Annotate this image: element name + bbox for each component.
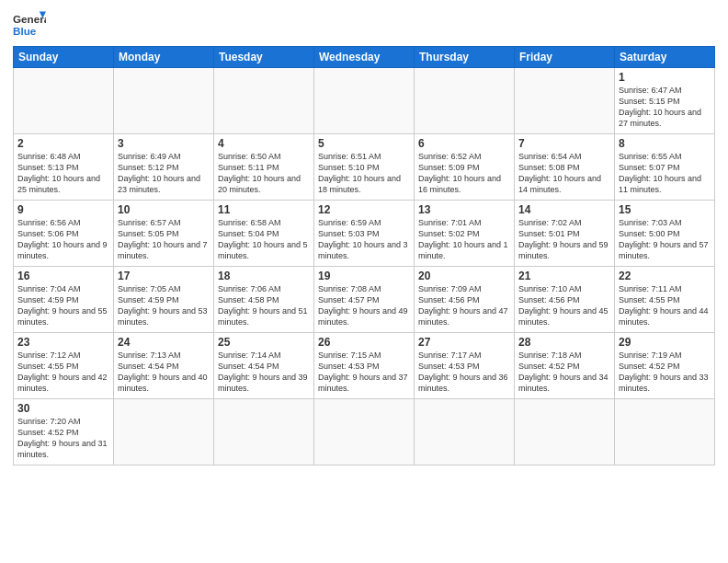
table-row bbox=[114, 399, 214, 465]
day-info: Sunrise: 7:12 AMSunset: 4:55 PMDaylight:… bbox=[17, 350, 109, 395]
table-row: 25Sunrise: 7:14 AMSunset: 4:54 PMDayligh… bbox=[214, 333, 314, 399]
day-info: Sunrise: 7:04 AMSunset: 4:59 PMDaylight:… bbox=[17, 283, 109, 328]
day-info: Sunrise: 7:03 AMSunset: 5:00 PMDaylight:… bbox=[619, 217, 711, 262]
table-row: 24Sunrise: 7:13 AMSunset: 4:54 PMDayligh… bbox=[114, 333, 214, 399]
day-number: 24 bbox=[118, 336, 210, 349]
day-info: Sunrise: 7:01 AMSunset: 5:02 PMDaylight:… bbox=[418, 217, 510, 262]
table-row: 8Sunrise: 6:55 AMSunset: 5:07 PMDaylight… bbox=[615, 134, 715, 201]
weekday-header-row: Sunday Monday Tuesday Wednesday Thursday… bbox=[14, 47, 715, 68]
day-info: Sunrise: 7:11 AMSunset: 4:55 PMDaylight:… bbox=[619, 283, 711, 328]
table-row: 21Sunrise: 7:10 AMSunset: 4:56 PMDayligh… bbox=[515, 267, 615, 333]
calendar-week-row: 1Sunrise: 6:47 AMSunset: 5:15 PMDaylight… bbox=[14, 68, 715, 134]
day-info: Sunrise: 6:49 AMSunset: 5:12 PMDaylight:… bbox=[118, 151, 210, 196]
table-row bbox=[415, 399, 515, 465]
day-info: Sunrise: 6:52 AMSunset: 5:09 PMDaylight:… bbox=[418, 151, 510, 196]
table-row: 5Sunrise: 6:51 AMSunset: 5:10 PMDaylight… bbox=[314, 134, 415, 201]
table-row bbox=[214, 68, 314, 134]
day-number: 7 bbox=[518, 137, 610, 150]
day-info: Sunrise: 6:57 AMSunset: 5:05 PMDaylight:… bbox=[118, 217, 210, 262]
calendar: Sunday Monday Tuesday Wednesday Thursday… bbox=[13, 46, 715, 465]
calendar-week-row: 2Sunrise: 6:48 AMSunset: 5:13 PMDaylight… bbox=[14, 134, 715, 201]
calendar-week-row: 16Sunrise: 7:04 AMSunset: 4:59 PMDayligh… bbox=[14, 267, 715, 333]
day-number: 14 bbox=[518, 203, 610, 216]
table-row: 12Sunrise: 6:59 AMSunset: 5:03 PMDayligh… bbox=[314, 201, 415, 267]
day-number: 17 bbox=[118, 270, 210, 282]
day-number: 12 bbox=[318, 203, 410, 216]
day-info: Sunrise: 6:54 AMSunset: 5:08 PMDaylight:… bbox=[518, 151, 610, 196]
day-number: 28 bbox=[518, 336, 610, 349]
table-row: 15Sunrise: 7:03 AMSunset: 5:00 PMDayligh… bbox=[615, 201, 715, 267]
day-info: Sunrise: 6:55 AMSunset: 5:07 PMDaylight:… bbox=[619, 151, 711, 196]
day-info: Sunrise: 6:50 AMSunset: 5:11 PMDaylight:… bbox=[218, 151, 310, 196]
header-thursday: Thursday bbox=[415, 47, 515, 68]
table-row: 11Sunrise: 6:58 AMSunset: 5:04 PMDayligh… bbox=[214, 201, 314, 267]
day-info: Sunrise: 6:59 AMSunset: 5:03 PMDaylight:… bbox=[318, 217, 410, 262]
calendar-week-row: 23Sunrise: 7:12 AMSunset: 4:55 PMDayligh… bbox=[14, 333, 715, 399]
day-info: Sunrise: 7:05 AMSunset: 4:59 PMDaylight:… bbox=[118, 283, 210, 328]
table-row: 23Sunrise: 7:12 AMSunset: 4:55 PMDayligh… bbox=[14, 333, 114, 399]
table-row: 13Sunrise: 7:01 AMSunset: 5:02 PMDayligh… bbox=[415, 201, 515, 267]
day-number: 15 bbox=[619, 203, 711, 216]
table-row bbox=[14, 68, 114, 134]
day-number: 30 bbox=[17, 402, 109, 415]
table-row bbox=[415, 68, 515, 134]
day-number: 22 bbox=[619, 270, 711, 282]
day-info: Sunrise: 6:47 AMSunset: 5:15 PMDaylight:… bbox=[619, 85, 711, 130]
day-info: Sunrise: 6:56 AMSunset: 5:06 PMDaylight:… bbox=[17, 217, 109, 262]
day-number: 26 bbox=[318, 336, 410, 349]
day-info: Sunrise: 7:15 AMSunset: 4:53 PMDaylight:… bbox=[318, 350, 410, 395]
table-row: 16Sunrise: 7:04 AMSunset: 4:59 PMDayligh… bbox=[14, 267, 114, 333]
day-info: Sunrise: 7:08 AMSunset: 4:57 PMDaylight:… bbox=[318, 283, 410, 328]
table-row: 10Sunrise: 6:57 AMSunset: 5:05 PMDayligh… bbox=[114, 201, 214, 267]
day-info: Sunrise: 7:19 AMSunset: 4:52 PMDaylight:… bbox=[619, 350, 711, 395]
day-number: 6 bbox=[418, 137, 510, 150]
day-number: 21 bbox=[518, 270, 610, 282]
day-number: 2 bbox=[17, 137, 109, 150]
header-friday: Friday bbox=[515, 47, 615, 68]
logo-icon: General Blue bbox=[13, 9, 46, 39]
day-number: 3 bbox=[118, 137, 210, 150]
day-number: 4 bbox=[218, 137, 310, 150]
day-info: Sunrise: 7:10 AMSunset: 4:56 PMDaylight:… bbox=[518, 283, 610, 328]
table-row: 3Sunrise: 6:49 AMSunset: 5:12 PMDaylight… bbox=[114, 134, 214, 201]
table-row bbox=[515, 399, 615, 465]
day-info: Sunrise: 7:14 AMSunset: 4:54 PMDaylight:… bbox=[218, 350, 310, 395]
day-number: 20 bbox=[418, 270, 510, 282]
day-info: Sunrise: 7:18 AMSunset: 4:52 PMDaylight:… bbox=[518, 350, 610, 395]
page: General Blue Sunday Monday Tuesday Wedne… bbox=[0, 0, 728, 563]
header-monday: Monday bbox=[114, 47, 214, 68]
day-number: 29 bbox=[619, 336, 711, 349]
day-info: Sunrise: 6:48 AMSunset: 5:13 PMDaylight:… bbox=[17, 151, 109, 196]
logo: General Blue bbox=[13, 9, 46, 39]
table-row bbox=[515, 68, 615, 134]
table-row: 1Sunrise: 6:47 AMSunset: 5:15 PMDaylight… bbox=[615, 68, 715, 134]
day-number: 10 bbox=[118, 203, 210, 216]
header-wednesday: Wednesday bbox=[314, 47, 415, 68]
day-info: Sunrise: 7:17 AMSunset: 4:53 PMDaylight:… bbox=[418, 350, 510, 395]
table-row: 18Sunrise: 7:06 AMSunset: 4:58 PMDayligh… bbox=[214, 267, 314, 333]
header-sunday: Sunday bbox=[14, 47, 114, 68]
table-row: 17Sunrise: 7:05 AMSunset: 4:59 PMDayligh… bbox=[114, 267, 214, 333]
calendar-week-row: 9Sunrise: 6:56 AMSunset: 5:06 PMDaylight… bbox=[14, 201, 715, 267]
table-row bbox=[615, 399, 715, 465]
table-row: 30Sunrise: 7:20 AMSunset: 4:52 PMDayligh… bbox=[14, 399, 114, 465]
svg-text:Blue: Blue bbox=[13, 25, 37, 37]
table-row bbox=[214, 399, 314, 465]
header-tuesday: Tuesday bbox=[214, 47, 314, 68]
table-row: 6Sunrise: 6:52 AMSunset: 5:09 PMDaylight… bbox=[415, 134, 515, 201]
day-number: 8 bbox=[619, 137, 711, 150]
day-number: 23 bbox=[17, 336, 109, 349]
day-number: 11 bbox=[218, 203, 310, 216]
table-row: 28Sunrise: 7:18 AMSunset: 4:52 PMDayligh… bbox=[515, 333, 615, 399]
table-row: 19Sunrise: 7:08 AMSunset: 4:57 PMDayligh… bbox=[314, 267, 415, 333]
table-row: 26Sunrise: 7:15 AMSunset: 4:53 PMDayligh… bbox=[314, 333, 415, 399]
table-row: 27Sunrise: 7:17 AMSunset: 4:53 PMDayligh… bbox=[415, 333, 515, 399]
table-row: 9Sunrise: 6:56 AMSunset: 5:06 PMDaylight… bbox=[14, 201, 114, 267]
day-number: 5 bbox=[318, 137, 410, 150]
day-number: 25 bbox=[218, 336, 310, 349]
day-number: 19 bbox=[318, 270, 410, 282]
day-number: 27 bbox=[418, 336, 510, 349]
header-saturday: Saturday bbox=[615, 47, 715, 68]
day-number: 13 bbox=[418, 203, 510, 216]
day-number: 18 bbox=[218, 270, 310, 282]
